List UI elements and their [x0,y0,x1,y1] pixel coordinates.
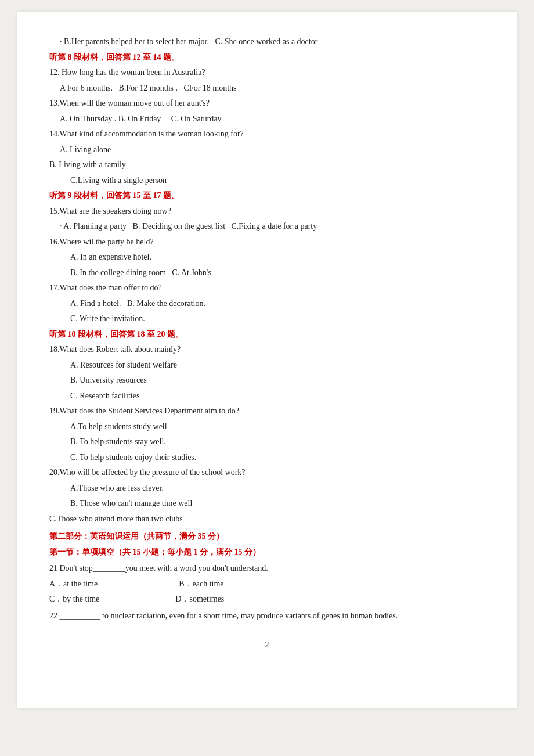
q19-optionA: A.To help students study well [49,420,485,434]
section-8-header: 听第 8 段材料，回答第 12 至 14 题。 [49,51,485,65]
q21-optionCD: C．by the time D．sometimes [49,592,485,607]
page: · B.Her parents helped her to select her… [17,12,517,708]
q21: 21 Don't stop________you meet with a wor… [49,561,485,576]
q22: 22 __________ to nuclear radiation, even… [49,609,485,624]
q20-optionB: B. Those who can't manage time well [49,496,485,511]
q16-optionBC: B. In the college dining room C. At John… [49,266,485,280]
line-b-option: · B.Her parents helped her to select her… [49,35,485,49]
q13-options: A. On Thursday . B. On Friday C. On Satu… [49,112,485,127]
q20-optionC: C.Those who attend more than two clubs [49,512,485,527]
q16-optionA: A. In an expensive hotel. [49,250,485,265]
q18-optionB: B. University resources [49,373,485,388]
content-area: · B.Her parents helped her to select her… [49,35,485,623]
q14: 14.What kind of accommodation is the wom… [49,127,485,142]
q17-optionAB: A. Find a hotel. B. Make the decoration. [49,297,485,311]
q12-options: A For 6 months. B.For 12 months . CFor 1… [49,81,485,96]
q21-optionAB: A．at the time B．each time [49,577,485,592]
q15: 15.What are the speakers doing now? [49,204,485,219]
q19-optionC: C. To help students enjoy their studies. [49,451,485,465]
q14-optionC: C.Living with a single person [49,174,485,188]
q18-optionA: A. Resources for student welfare [49,358,485,373]
q15-options: · A. Planning a party B. Deciding on the… [49,219,485,234]
section1-header: 第一节：单项填空（共 15 小题；每小题 1 分，满分 15 分） [49,545,485,560]
q21-optionD: D．sometimes [134,592,224,607]
q14-optionA: A. Living alone [49,143,485,157]
q20-optionA: A.Those who are less clever. [49,481,485,496]
q18: 18.What does Robert talk about mainly? [49,343,485,357]
q13: 13.When will the woman move out of her a… [49,96,485,111]
q21-optionB: B．each time [132,577,223,592]
section-10-header: 听第 10 段材料，回答第 18 至 20 题。 [49,327,485,342]
q19: 19.What does the Student Services Depart… [49,404,485,419]
section-9-header: 听第 9 段材料，回答第 15 至 17 题。 [49,189,485,203]
q17: 17.What does the man offer to do? [49,281,485,296]
q21-optionC: C．by the time [49,592,99,607]
q16: 16.Where wil the party be held? [49,235,485,250]
q18-optionC: C. Research facilities [49,389,485,404]
q20: 20.Who will be affected by the pressure … [49,466,485,480]
q12: 12. How long has the woman been in Austr… [49,66,485,80]
q14-optionB: B. Living with a family [49,158,485,172]
part2-header: 第二部分：英语知识运用（共两节，满分 35 分） [49,530,485,544]
q21-optionA: A．at the time [49,577,98,592]
q19-optionB: B. To help students stay well. [49,435,485,449]
page-number: 2 [49,640,485,650]
q17-optionC: C. Write the invitation. [49,312,485,326]
